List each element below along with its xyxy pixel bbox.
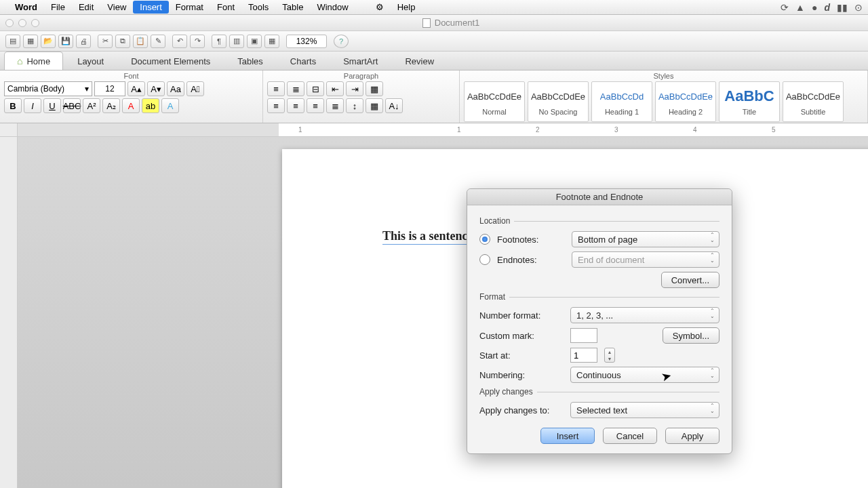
- save-button[interactable]: 💾: [58, 35, 73, 48]
- font-size-select[interactable]: 12: [94, 81, 125, 96]
- style-heading-1[interactable]: AaBbCcDdHeading 1: [591, 81, 652, 122]
- clear-format-button[interactable]: A⃠: [186, 81, 204, 96]
- status-icon[interactable]: ⟳: [781, 2, 789, 13]
- menu-font[interactable]: Font: [210, 1, 241, 14]
- menu-help[interactable]: Help: [391, 1, 422, 14]
- italic-button[interactable]: I: [24, 98, 41, 113]
- tab-layout[interactable]: Layout: [64, 52, 117, 70]
- number-format-label: Number format:: [479, 310, 564, 321]
- redo-button[interactable]: ↷: [190, 35, 205, 48]
- style-normal[interactable]: AaBbCcDdEeNormal: [464, 81, 525, 122]
- increase-indent-button[interactable]: ⇥: [346, 81, 363, 96]
- open-button[interactable]: 📂: [41, 35, 56, 48]
- footnotes-location-select[interactable]: Bottom of page: [572, 231, 719, 247]
- symbol-button[interactable]: Symbol...: [663, 327, 719, 344]
- tab-charts[interactable]: Charts: [277, 52, 329, 70]
- document-text[interactable]: This is a sentence.: [382, 229, 476, 243]
- horizontal-ruler[interactable]: 1 1 2 3 4 5: [0, 123, 868, 137]
- script-menu-icon[interactable]: ⚙: [369, 1, 391, 14]
- numbering-select[interactable]: Continuous: [570, 367, 719, 383]
- zoom-window-button[interactable]: [31, 19, 39, 27]
- sort-button[interactable]: A↓: [385, 98, 403, 113]
- menu-table[interactable]: Table: [275, 1, 310, 14]
- show-formatting-button[interactable]: ¶: [212, 35, 226, 48]
- endnotes-location-select[interactable]: End of document: [572, 251, 719, 268]
- zoom-select[interactable]: 132%: [286, 35, 327, 48]
- document-canvas[interactable]: This is a sentence.: [18, 137, 868, 488]
- highlight-button[interactable]: ab: [142, 98, 159, 113]
- apply-changes-select[interactable]: Selected text: [570, 402, 719, 418]
- align-center-button[interactable]: ≡: [287, 98, 304, 113]
- superscript-button[interactable]: A²: [83, 98, 100, 113]
- tab-review[interactable]: Review: [392, 52, 447, 70]
- copy-button[interactable]: ⧉: [115, 35, 130, 48]
- sidebar-button[interactable]: ▣: [247, 35, 262, 48]
- convert-button[interactable]: Convert...: [661, 272, 719, 288]
- menu-view[interactable]: View: [100, 1, 133, 14]
- bold-button[interactable]: B: [4, 98, 22, 113]
- style-no-spacing[interactable]: AaBbCcDdEeNo Spacing: [528, 81, 589, 122]
- menu-edit[interactable]: Edit: [72, 1, 100, 14]
- print-button[interactable]: 🖨: [76, 35, 91, 48]
- drive-icon[interactable]: ▲: [795, 2, 805, 13]
- shading-button[interactable]: ▦: [366, 98, 383, 113]
- change-case-button[interactable]: Aa: [167, 81, 184, 96]
- custom-mark-input[interactable]: [570, 328, 597, 343]
- tab-smartart[interactable]: SmartArt: [330, 52, 391, 70]
- minimize-window-button[interactable]: [18, 19, 26, 27]
- numbering-button[interactable]: ≣: [287, 81, 304, 96]
- line-spacing-button[interactable]: ↕: [346, 98, 363, 113]
- bullets-button[interactable]: ≡: [267, 81, 285, 96]
- font-color-button[interactable]: A: [122, 98, 140, 113]
- battery-icon[interactable]: ▮▮: [837, 2, 848, 13]
- group-label-styles: Styles: [464, 72, 863, 80]
- insert-button[interactable]: Insert: [540, 428, 595, 444]
- cut-button[interactable]: ✂: [98, 35, 113, 48]
- toolbox-button[interactable]: ▦: [264, 35, 279, 48]
- menu-window[interactable]: Window: [310, 1, 355, 14]
- new-doc-button[interactable]: ▤: [5, 35, 20, 48]
- subscript-button[interactable]: A₂: [102, 98, 120, 113]
- underline-button[interactable]: U: [43, 98, 61, 113]
- start-at-input[interactable]: [570, 348, 597, 363]
- grow-font-button[interactable]: A▴: [127, 81, 145, 96]
- shrink-font-button[interactable]: A▾: [147, 81, 165, 96]
- tab-document-elements[interactable]: Document Elements: [118, 52, 223, 70]
- align-left-button[interactable]: ≡: [267, 98, 285, 113]
- vertical-ruler[interactable]: [0, 137, 18, 488]
- number-format-select[interactable]: 1, 2, 3, ...: [570, 307, 719, 323]
- footnotes-radio[interactable]: [479, 234, 490, 245]
- style-heading-2[interactable]: AaBbCcDdEeHeading 2: [655, 81, 716, 122]
- borders-button[interactable]: ▦: [366, 81, 383, 96]
- multilevel-button[interactable]: ⊟: [307, 81, 324, 96]
- menu-file[interactable]: File: [44, 1, 72, 14]
- paste-button[interactable]: 📋: [133, 35, 148, 48]
- style-subtitle[interactable]: AaBbCcDdEeSubtitle: [783, 81, 844, 122]
- help-button[interactable]: ?: [334, 35, 349, 48]
- app-name[interactable]: Word: [15, 2, 37, 12]
- templates-button[interactable]: ▦: [23, 35, 38, 48]
- decrease-indent-button[interactable]: ⇤: [326, 81, 344, 96]
- endnotes-radio[interactable]: [479, 254, 490, 265]
- apply-button[interactable]: Apply: [665, 428, 719, 444]
- text-effects-button[interactable]: A: [161, 98, 179, 113]
- align-right-button[interactable]: ≡: [307, 98, 324, 113]
- menu-tools[interactable]: Tools: [241, 1, 275, 14]
- sync-icon[interactable]: ⊙: [854, 2, 863, 13]
- cancel-button[interactable]: Cancel: [603, 428, 657, 444]
- justify-button[interactable]: ≣: [326, 98, 344, 113]
- close-window-button[interactable]: [5, 19, 14, 27]
- tab-home[interactable]: ⌂Home: [4, 52, 63, 70]
- font-name-select[interactable]: Cambria (Body)▾: [4, 81, 92, 96]
- menu-format[interactable]: Format: [169, 1, 210, 14]
- start-at-stepper[interactable]: ▲▼: [604, 348, 615, 363]
- hat-icon[interactable]: ●: [812, 2, 817, 13]
- menu-insert[interactable]: Insert: [133, 1, 169, 14]
- strikethrough-button[interactable]: ABC: [63, 98, 81, 113]
- tab-tables[interactable]: Tables: [224, 52, 276, 70]
- undo-button[interactable]: ↶: [172, 35, 187, 48]
- style-title[interactable]: AaBbCTitle: [719, 81, 780, 122]
- columns-button[interactable]: ▥: [229, 35, 244, 48]
- d-icon[interactable]: d: [824, 2, 830, 13]
- format-painter-button[interactable]: ✎: [151, 35, 165, 48]
